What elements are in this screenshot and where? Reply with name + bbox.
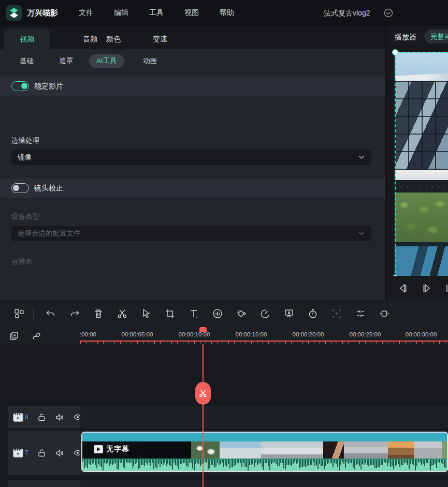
panel-tabbar: 视频 音频 颜色 变速 — [0, 26, 385, 49]
project-title: 法式复古vlog2 — [324, 9, 370, 18]
track-row-8: 8 — [0, 406, 448, 428]
add-track-icon[interactable] — [9, 331, 19, 341]
lock-icon[interactable] — [37, 413, 46, 422]
video-clip[interactable]: 无字幕 — [81, 432, 448, 472]
track-6-header: 6 — [8, 480, 80, 487]
clip-color-bar — [82, 433, 447, 441]
video-preview[interactable] — [395, 52, 448, 278]
transport-controls — [387, 276, 448, 300]
track-row-6: 6 — [0, 480, 448, 487]
edge-label: 边缘处理 — [11, 136, 39, 145]
track-8-lane[interactable] — [80, 406, 448, 428]
delete-icon[interactable] — [86, 306, 110, 321]
timer-icon[interactable] — [301, 306, 325, 321]
preview-glass-building — [395, 81, 448, 172]
preview-dark-band — [395, 180, 448, 194]
menu-tools[interactable]: 工具 — [149, 5, 164, 21]
menu-file[interactable]: 文件 — [79, 5, 93, 21]
media-grid-icon[interactable] — [7, 306, 31, 321]
preview-greenery — [395, 193, 448, 249]
clip-title: 无字幕 — [94, 445, 129, 454]
edge-dropdown[interactable]: 镜像 — [11, 150, 371, 165]
subtab-basic[interactable]: 基础 — [12, 54, 41, 68]
select-cursor-icon[interactable] — [134, 306, 158, 321]
track-7-header: 7 — [8, 431, 80, 475]
track-type-icon — [13, 449, 23, 458]
lens-correction-toggle[interactable] — [11, 183, 29, 193]
clip-thumbnails — [82, 441, 447, 459]
app-brand: 万兴喵影 — [27, 8, 58, 18]
player-panel: 播放器 完整画面 — [387, 26, 448, 300]
device-profile-dropdown: 选择合适的配置文件 — [11, 226, 371, 241]
speed-icon[interactable] — [253, 306, 277, 321]
chevron-down-icon — [358, 155, 365, 159]
tick-label: :00:00 — [80, 331, 96, 337]
menu-help[interactable]: 帮助 — [220, 5, 234, 21]
subtab-animation[interactable]: 动画 — [136, 54, 164, 68]
app-logo-icon[interactable] — [6, 5, 22, 21]
track-row-7: 7 无字幕 — [0, 431, 448, 475]
saved-check-icon — [384, 8, 393, 18]
view-mode-pill[interactable]: 完整画面 — [424, 29, 448, 43]
tab-video[interactable]: 视频 — [4, 28, 50, 49]
step-back-button[interactable] — [397, 283, 409, 294]
device-profile-placeholder: 选择合适的配置文件 — [18, 229, 81, 238]
audio-waveform — [82, 459, 447, 471]
tab-player[interactable]: 播放器 — [395, 33, 416, 42]
marker-board-icon[interactable] — [277, 306, 301, 321]
crop-icon[interactable] — [158, 306, 182, 321]
timeline-tracks: 8 7 — [0, 344, 448, 487]
track-6-lane[interactable] — [80, 480, 448, 487]
tick-label: 00:00:30:00 — [406, 331, 437, 337]
menu-edit[interactable]: 编辑 — [114, 5, 128, 21]
lens-correction-label: 镜头校正 — [34, 184, 63, 193]
playhead-handle[interactable] — [199, 327, 207, 332]
selection-handle-top-left[interactable] — [392, 49, 398, 55]
tick-label: 00:00:20:00 — [293, 331, 324, 337]
subtab-ai-tools[interactable]: AI工具 — [89, 54, 124, 68]
undo-icon[interactable] — [39, 306, 63, 321]
preview-white-band — [395, 170, 448, 181]
track-8-header: 8 — [8, 406, 80, 428]
playhead-scissors-button[interactable] — [195, 382, 211, 405]
mute-speaker-icon[interactable] — [55, 413, 64, 422]
preview-blue-table — [395, 242, 448, 278]
play-badge-icon — [94, 445, 103, 453]
resolution-label: 分辨率 — [11, 257, 33, 267]
lock-icon[interactable] — [37, 449, 46, 458]
focus-add-icon — [325, 306, 349, 321]
preview-sky — [395, 52, 448, 77]
stabilize-section-header: 稳定影片 — [0, 77, 385, 96]
mute-speaker-icon[interactable] — [55, 449, 64, 458]
chevron-down-icon — [358, 231, 365, 235]
step-forward-button[interactable] — [421, 283, 432, 294]
text-tool-icon[interactable] — [182, 306, 206, 321]
device-type-label: 设备类型 — [11, 212, 39, 222]
track-type-icon — [13, 413, 23, 422]
track-number: 7 — [25, 449, 28, 456]
scissors-icon — [198, 389, 208, 398]
stabilize-tool-icon[interactable] — [372, 306, 396, 321]
tab-speed[interactable]: 变速 — [137, 28, 183, 49]
subtab-mask[interactable]: 遮罩 — [52, 54, 80, 68]
playhead-line[interactable] — [203, 344, 204, 487]
timeline: :00:00 00:00:05:00 00:00:10:00 00:00:15:… — [0, 327, 448, 487]
menu-view[interactable]: 视图 — [184, 5, 199, 21]
menubar: 万兴喵影 文件 编辑 工具 视图 帮助 法式复古vlog2 — [0, 0, 448, 26]
stabilize-toggle[interactable] — [11, 81, 29, 91]
keyframe-icon[interactable] — [229, 306, 253, 321]
magnetic-snap-icon[interactable] — [32, 331, 42, 341]
stop-button[interactable] — [445, 283, 448, 294]
toolbar-divider — [33, 308, 34, 319]
voice-audio-icon[interactable] — [206, 306, 229, 321]
timeline-ruler[interactable]: :00:00 00:00:05:00 00:00:10:00 00:00:15:… — [0, 327, 448, 344]
split-scissors-icon[interactable] — [110, 306, 134, 321]
tick-label: 00:00:05:00 — [122, 331, 153, 337]
timeline-toolbar — [0, 300, 448, 327]
tab-color[interactable]: 颜色 — [91, 28, 136, 49]
tick-label: 00:00:15:00 — [236, 331, 267, 337]
redo-icon[interactable] — [63, 306, 86, 321]
tick-label: 00:00:25:00 — [350, 331, 381, 337]
adjust-sliders-icon[interactable] — [349, 306, 372, 321]
track-number: 8 — [25, 414, 28, 421]
